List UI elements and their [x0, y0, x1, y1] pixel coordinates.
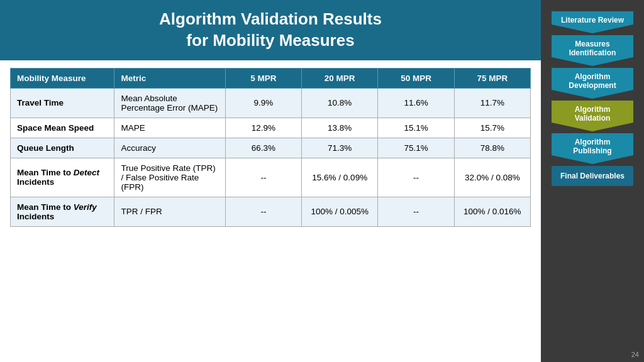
- sidebar-item-literature-review[interactable]: Literature Review: [552, 11, 633, 33]
- mpr20-cell: 15.6% / 0.09%: [302, 158, 378, 197]
- col-header-5mpr: 5 MPR: [225, 68, 301, 88]
- col-header-50mpr: 50 MPR: [378, 68, 454, 88]
- measure-label: Space Mean Speed: [17, 123, 94, 133]
- measure-cell: Travel Time: [11, 88, 114, 118]
- sidebar-item-algorithm-development[interactable]: Algorithm Development: [552, 68, 633, 99]
- mpr50-cell: 75.1%: [378, 138, 454, 158]
- metric-cell: Accuracy: [114, 138, 225, 158]
- measure-label: Queue Length: [17, 143, 74, 153]
- mpr20-cell: 10.8%: [302, 88, 378, 118]
- measure-cell: Queue Length: [11, 138, 114, 158]
- mpr75-cell: 15.7%: [454, 118, 530, 138]
- mpr75-cell: 78.8%: [454, 138, 530, 158]
- mpr5-cell: --: [225, 158, 301, 197]
- col-header-20mpr: 20 MPR: [302, 68, 378, 88]
- page-number: 24: [631, 351, 639, 358]
- sidebar-item-final-deliverables[interactable]: Final Deliverables: [552, 166, 633, 186]
- sidebar-label: Algorithm Validation: [575, 105, 611, 123]
- mpr20-cell: 71.3%: [302, 138, 378, 158]
- metric-cell: TPR / FPR: [114, 197, 225, 226]
- measure-cell: Mean Time to Detect Incidents: [11, 158, 114, 197]
- measure-label: Travel Time: [17, 98, 64, 107]
- sidebar-item-algorithm-publishing[interactable]: Algorithm Publishing: [552, 133, 633, 164]
- table-header-row: Mobility Measure Metric 5 MPR 20 MPR 50 …: [11, 68, 531, 88]
- table-row: Space Mean Speed MAPE 12.9% 13.8% 15.1% …: [11, 118, 531, 138]
- table-row: Travel Time Mean Absolute Percentage Err…: [11, 88, 531, 118]
- measure-label: Mean Time to Detect Incidents: [17, 168, 99, 187]
- table-row: Mean Time to Detect Incidents True Posit…: [11, 158, 531, 197]
- mpr75-cell: 32.0% / 0.08%: [454, 158, 530, 197]
- sidebar: Literature Review Measures Identificatio…: [541, 0, 644, 362]
- sidebar-label: Algorithm Development: [569, 72, 616, 90]
- title-line1: Algorithm Validation Results: [159, 9, 382, 28]
- mpr75-cell: 11.7%: [454, 88, 530, 118]
- sidebar-item-measures-identification[interactable]: Measures Identification: [552, 35, 633, 66]
- sidebar-label: Literature Review: [561, 16, 624, 25]
- mpr50-cell: 11.6%: [378, 88, 454, 118]
- table-row: Mean Time to Verify Incidents TPR / FPR …: [11, 197, 531, 226]
- measure-label: Mean Time to Verify Incidents: [17, 202, 97, 221]
- col-header-metric: Metric: [114, 68, 225, 88]
- measure-cell: Mean Time to Verify Incidents: [11, 197, 114, 226]
- sidebar-item-algorithm-validation[interactable]: Algorithm Validation: [552, 101, 633, 131]
- mpr5-cell: 66.3%: [225, 138, 301, 158]
- mpr50-cell: --: [378, 197, 454, 226]
- title-line2: for Mobility Measures: [186, 31, 354, 50]
- metric-cell: Mean Absolute Percentage Error (MAPE): [114, 88, 225, 118]
- title-bar: Algorithm Validation Results for Mobilit…: [0, 0, 541, 60]
- main-content: Algorithm Validation Results for Mobilit…: [0, 0, 541, 362]
- table-row: Queue Length Accuracy 66.3% 71.3% 75.1% …: [11, 138, 531, 158]
- col-header-75mpr: 75 MPR: [454, 68, 530, 88]
- mpr50-cell: --: [378, 158, 454, 197]
- mpr50-cell: 15.1%: [378, 118, 454, 138]
- mpr5-cell: --: [225, 197, 301, 226]
- sidebar-label: Final Deliverables: [560, 172, 625, 180]
- mpr75-cell: 100% / 0.016%: [454, 197, 530, 226]
- mpr5-cell: 12.9%: [225, 118, 301, 138]
- sidebar-label: Algorithm Publishing: [573, 138, 611, 155]
- sidebar-label: Measures Identification: [569, 40, 616, 57]
- results-table: Mobility Measure Metric 5 MPR 20 MPR 50 …: [10, 68, 531, 227]
- metric-cell: MAPE: [114, 118, 225, 138]
- measure-cell: Space Mean Speed: [11, 118, 114, 138]
- mpr20-cell: 100% / 0.005%: [302, 197, 378, 226]
- mpr5-cell: 9.9%: [225, 88, 301, 118]
- table-container: Mobility Measure Metric 5 MPR 20 MPR 50 …: [0, 60, 541, 362]
- col-header-measure: Mobility Measure: [11, 68, 114, 88]
- mpr20-cell: 13.8%: [302, 118, 378, 138]
- metric-cell: True Positive Rate (TPR) / False Positiv…: [114, 158, 225, 197]
